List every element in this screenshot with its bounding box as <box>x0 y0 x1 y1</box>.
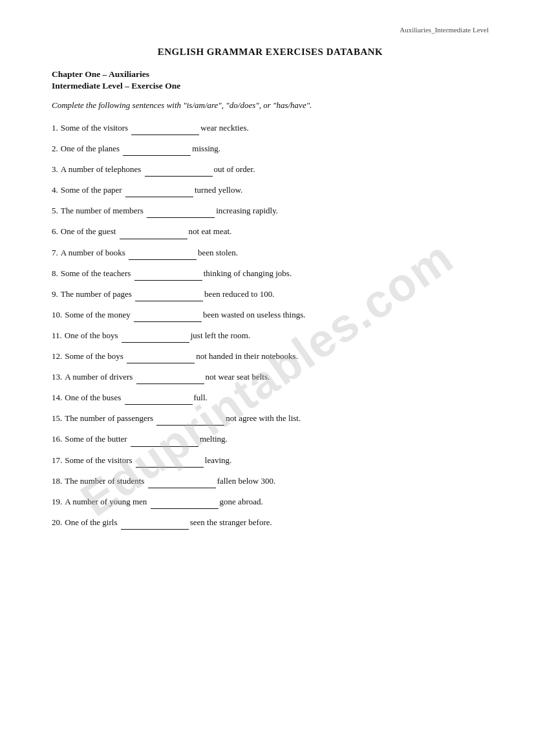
answer-blank[interactable] <box>135 301 203 301</box>
sentence-number: 19. <box>52 497 62 506</box>
list-item: 14.One of the buses full. <box>52 391 489 405</box>
sentence-text-after: wear neckties. <box>200 123 248 133</box>
sentence-number: 17. <box>52 455 62 465</box>
chapter-subheading: Intermediate Level – Exercise One <box>52 81 489 91</box>
sentence-text-before: A number of drivers <box>65 372 134 382</box>
list-item: 19.A number of young men gone abroad. <box>52 495 489 509</box>
sentence-number: 13. <box>52 372 62 382</box>
sentence-number: 3. <box>52 164 58 174</box>
sentence-text-after: been reduced to 100. <box>204 289 274 299</box>
sentence-text-after: not handed in their notebooks. <box>196 351 298 361</box>
sentence-number: 4. <box>52 185 58 195</box>
sentence-text-after: not eat meat. <box>189 226 232 236</box>
sentence-text-after: full. <box>194 393 208 402</box>
sentence-text-before: A number of books <box>61 248 127 257</box>
instructions: Complete the following sentences with "i… <box>52 100 489 111</box>
sentence-number: 12. <box>52 351 62 361</box>
list-item: 12.Some of the boys not handed in their … <box>52 349 489 363</box>
answer-blank[interactable] <box>120 239 187 239</box>
sentence-text-after: turned yellow. <box>195 185 242 195</box>
list-item: 8.Some of the teachers thinking of chang… <box>52 266 489 281</box>
sentence-text-after: out of order. <box>214 164 255 174</box>
sentence-text-before: Some of the visitors <box>61 123 131 133</box>
sentence-text-before: Some of the visitors <box>65 455 134 465</box>
list-item: 15.The number of passengers not agree wi… <box>52 411 489 426</box>
sentence-number: 14. <box>52 393 62 402</box>
list-item: 9.The number of pages been reduced to 10… <box>52 287 489 301</box>
sentence-text-after: gone abroad. <box>220 497 263 506</box>
answer-blank[interactable] <box>121 529 189 530</box>
answer-blank[interactable] <box>123 155 191 156</box>
main-title: ENGLISH GRAMMAR EXERCISES DATABANK <box>52 47 489 58</box>
answer-blank[interactable] <box>151 508 219 509</box>
list-item: 7.A number of books been stolen. <box>52 246 489 260</box>
answer-blank[interactable] <box>122 342 189 343</box>
sentence-number: 8. <box>52 268 58 278</box>
list-item: 16.Some of the butter melting. <box>52 432 489 446</box>
sentence-text-before: Some of the money <box>65 310 133 319</box>
answer-blank[interactable] <box>131 135 199 135</box>
sentence-number: 18. <box>52 476 62 486</box>
list-item: 3.A number of telephones out of order. <box>52 162 489 177</box>
exercise-list: 1.Some of the visitors wear neckties.2.O… <box>52 121 489 530</box>
sentence-number: 7. <box>52 248 58 257</box>
answer-blank[interactable] <box>156 425 224 426</box>
list-item: 20.One of the girls seen the stranger be… <box>52 515 489 530</box>
sentence-text-after: seen the stranger before. <box>190 517 272 527</box>
answer-blank[interactable] <box>145 176 213 177</box>
list-item: 5.The number of members increasing rapid… <box>52 204 489 218</box>
sentence-text-before: One of the planes <box>61 144 122 153</box>
answer-blank[interactable] <box>134 321 202 322</box>
sentence-text-before: Some of the boys <box>65 351 125 361</box>
sentence-text-before: One of the guest <box>61 226 118 236</box>
answer-blank[interactable] <box>131 446 198 447</box>
list-item: 18.The number of students fallen below 3… <box>52 474 489 488</box>
sentence-text-after: not wear seat belts. <box>206 372 270 382</box>
sentence-text-before: The number of passengers <box>65 413 155 423</box>
sentence-text-before: The number of students <box>65 476 146 486</box>
sentence-text-after: not agree with the list. <box>226 413 301 423</box>
sentence-number: 6. <box>52 226 58 236</box>
sentence-number: 16. <box>52 434 62 444</box>
sentence-number: 2. <box>52 144 58 153</box>
sentence-text-before: A number of young men <box>65 497 149 506</box>
answer-blank[interactable] <box>127 363 195 363</box>
sentence-text-before: The number of pages <box>61 289 134 299</box>
list-item: 6.One of the guest not eat meat. <box>52 224 489 239</box>
answer-blank[interactable] <box>134 280 202 281</box>
answer-blank[interactable] <box>147 217 215 218</box>
answer-blank[interactable] <box>125 197 193 197</box>
sentence-number: 1. <box>52 123 58 133</box>
sentence-text-before: Some of the paper <box>61 185 124 195</box>
sentence-number: 20. <box>52 517 62 527</box>
list-item: 2.One of the planes missing. <box>52 142 489 156</box>
answer-blank[interactable] <box>136 467 204 468</box>
sentence-text-after: missing. <box>192 144 220 153</box>
sentence-text-after: increasing rapidly. <box>216 206 278 215</box>
list-item: 13.A number of drivers not wear seat bel… <box>52 370 489 384</box>
sentence-text-after: thinking of changing jobs. <box>204 268 292 278</box>
sentence-text-before: One of the boys <box>65 330 120 340</box>
sentence-number: 10. <box>52 310 62 319</box>
sentence-text-after: leaving. <box>205 455 232 465</box>
list-item: 17.Some of the visitors leaving. <box>52 453 489 468</box>
sentence-text-after: melting. <box>200 434 228 444</box>
answer-blank[interactable] <box>125 404 193 405</box>
list-item: 10.Some of the money been wasted on usel… <box>52 308 489 322</box>
sentence-text-after: fallen below 300. <box>217 476 276 486</box>
sentence-text-before: A number of telephones <box>61 164 144 174</box>
sentence-text-before: Some of the teachers <box>61 268 133 278</box>
sentence-text-after: been wasted on useless things. <box>203 310 306 319</box>
list-item: 4.Some of the paper turned yellow. <box>52 183 489 197</box>
sentence-text-after: been stolen. <box>198 248 238 257</box>
answer-blank[interactable] <box>136 383 204 384</box>
answer-blank[interactable] <box>148 488 216 488</box>
answer-blank[interactable] <box>129 259 197 260</box>
list-item: 11.One of the boys just left the room. <box>52 329 489 343</box>
sentence-number: 11. <box>52 330 62 340</box>
header-right: Auxiliaries_Intermediate Level <box>52 26 489 34</box>
sentence-text-after: just left the room. <box>191 330 250 340</box>
chapter-heading: Chapter One – Auxiliaries <box>52 69 489 80</box>
list-item: 1.Some of the visitors wear neckties. <box>52 121 489 135</box>
sentence-number: 9. <box>52 289 58 299</box>
